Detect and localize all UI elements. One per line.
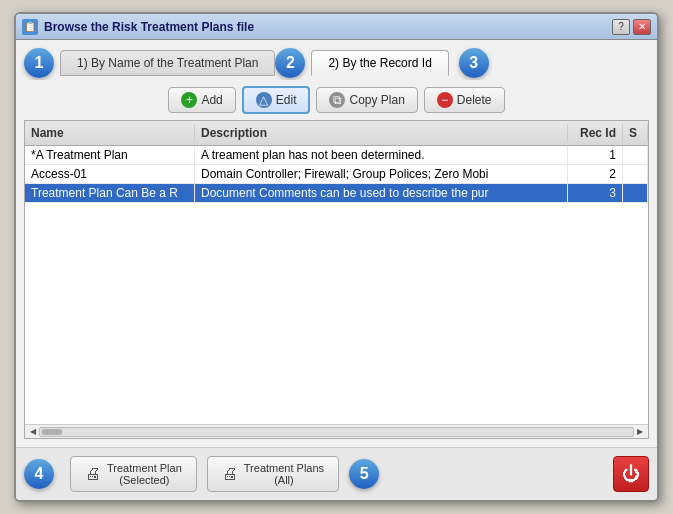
add-button[interactable]: + Add	[168, 87, 235, 113]
treatment-plans-all-button[interactable]: 🖨 Treatment Plans (All)	[207, 456, 339, 492]
col-header-desc: Description	[195, 124, 568, 142]
tab1-section: 1 1) By Name of the Treatment Plan	[24, 48, 275, 78]
tab-by-record-id[interactable]: 2) By the Record Id	[311, 50, 448, 76]
window-icon: 📋	[22, 19, 38, 35]
badge-1: 1	[24, 48, 54, 78]
add-icon: +	[181, 92, 197, 108]
treatment-plans-all-label: Treatment Plans (All)	[244, 462, 324, 486]
window-title: Browse the Risk Treatment Plans file	[44, 20, 612, 34]
cell-recid-0: 1	[568, 146, 623, 164]
col-header-s: S	[623, 124, 648, 142]
cell-s-1	[623, 165, 648, 183]
edit-icon: △	[256, 92, 272, 108]
content-area: 1 1) By Name of the Treatment Plan 2 2) …	[16, 40, 657, 447]
scroll-right-arrow[interactable]: ▶	[634, 427, 646, 436]
badge-4: 4	[24, 459, 54, 489]
cell-desc-0: A treament plan has not been determined.	[195, 146, 568, 164]
toolbar: + Add △ Edit ⧉ Copy Plan − Delete	[24, 80, 649, 120]
cell-recid-2: 3	[568, 184, 623, 202]
cell-name-2: Treatment Plan Can Be a R	[25, 184, 195, 202]
cell-name-1: Access-01	[25, 165, 195, 183]
horizontal-scrollbar[interactable]: ◀ ▶	[25, 424, 648, 438]
printer-all-icon: 🖨	[222, 465, 238, 483]
delete-icon: −	[437, 92, 453, 108]
delete-button[interactable]: − Delete	[424, 87, 505, 113]
treatment-plan-selected-label: Treatment Plan (Selected)	[107, 462, 182, 486]
cell-recid-1: 2	[568, 165, 623, 183]
table-row[interactable]: Access-01 Domain Controller; Firewall; G…	[25, 165, 648, 184]
table-body: *A Treatment Plan A treament plan has no…	[25, 146, 648, 424]
tab-by-name[interactable]: 1) By Name of the Treatment Plan	[60, 50, 275, 76]
col-header-recid: Rec Id	[568, 124, 623, 142]
copy-plan-button[interactable]: ⧉ Copy Plan	[316, 87, 417, 113]
printer-selected-icon: 🖨	[85, 465, 101, 483]
table-row[interactable]: Treatment Plan Can Be a R Document Comme…	[25, 184, 648, 203]
table-header: Name Description Rec Id S	[25, 121, 648, 146]
badge-5: 5	[349, 459, 379, 489]
cell-name-0: *A Treatment Plan	[25, 146, 195, 164]
main-window: 📋 Browse the Risk Treatment Plans file ?…	[14, 12, 659, 502]
close-button[interactable]: ✕	[633, 19, 651, 35]
tabs-row: 1 1) By Name of the Treatment Plan 2 2) …	[24, 48, 649, 78]
tab2-section: 2 2) By the Record Id 3	[275, 48, 494, 78]
title-bar: 📋 Browse the Risk Treatment Plans file ?…	[16, 14, 657, 40]
copy-icon: ⧉	[329, 92, 345, 108]
cell-desc-1: Domain Controller; Firewall; Group Polic…	[195, 165, 568, 183]
scroll-thumb[interactable]	[42, 429, 62, 435]
edit-button[interactable]: △ Edit	[242, 86, 311, 114]
badge-3: 3	[459, 48, 489, 78]
cell-s-0	[623, 146, 648, 164]
title-buttons: ? ✕	[612, 19, 651, 35]
cell-desc-2: Document Comments can be used to describ…	[195, 184, 568, 202]
data-table: Name Description Rec Id S *A Treatment P…	[24, 120, 649, 439]
col-header-name: Name	[25, 124, 195, 142]
power-button[interactable]: ⏻	[613, 456, 649, 492]
power-icon: ⏻	[622, 464, 640, 485]
cell-s-2	[623, 184, 648, 202]
scroll-left-arrow[interactable]: ◀	[27, 427, 39, 436]
treatment-plan-selected-button[interactable]: 🖨 Treatment Plan (Selected)	[70, 456, 197, 492]
help-button[interactable]: ?	[612, 19, 630, 35]
bottom-bar: 4 🖨 Treatment Plan (Selected) 🖨 Treatmen…	[16, 447, 657, 500]
scroll-track[interactable]	[39, 427, 634, 437]
table-row[interactable]: *A Treatment Plan A treament plan has no…	[25, 146, 648, 165]
badge-2: 2	[275, 48, 305, 78]
